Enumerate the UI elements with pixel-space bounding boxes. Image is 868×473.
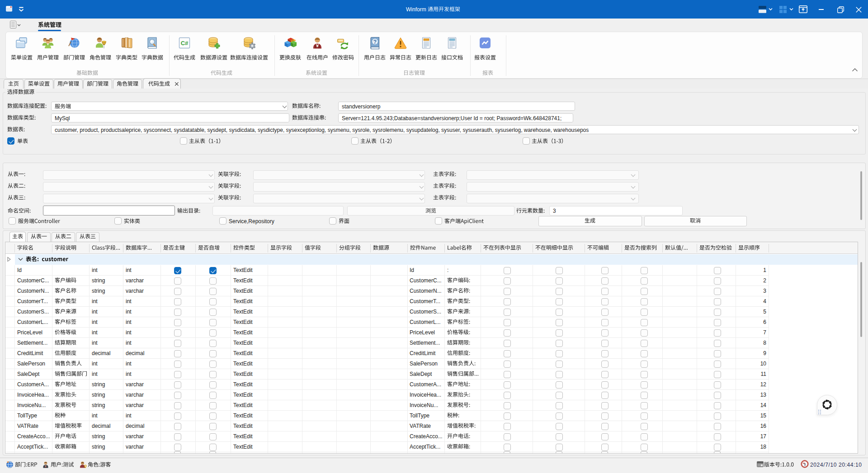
svg-text:C#: C# bbox=[181, 40, 189, 47]
svg-text:?: ? bbox=[373, 39, 377, 45]
